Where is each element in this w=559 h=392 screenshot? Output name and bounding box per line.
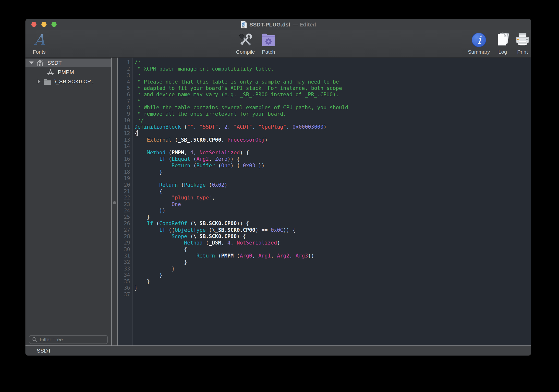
code-text: "plugin-type", xyxy=(134,195,215,201)
line-number: 8 xyxy=(118,104,132,111)
code-line: 4 * Please note that this table is only … xyxy=(118,79,531,85)
title-bar[interactable]: DSL SSDT-PLUG.dsl — Edited xyxy=(25,19,531,30)
code-line: 29 Method (_DSM, 4, NotSerialized) xyxy=(118,240,531,246)
method-icon xyxy=(47,68,54,76)
code-line: 3 * xyxy=(118,72,531,79)
line-number: 5 xyxy=(118,85,132,91)
code-text: External (_SB_.SCK0.CP00, ProcessorObj) xyxy=(134,137,268,143)
tree-label: PMPM xyxy=(58,69,74,75)
line-number: 2 xyxy=(118,66,132,72)
app-window: DSL SSDT-PLUG.dsl — Edited A Fonts xyxy=(25,19,531,355)
line-number: 12 xyxy=(118,130,132,136)
code-line: 27 If ((ObjectType (\_SB.SCK0.CP00) == 0… xyxy=(118,227,531,233)
svg-text:DSL: DSL xyxy=(242,27,244,28)
code-lines[interactable]: 1/*2 * XCPM power management compatibili… xyxy=(118,59,531,298)
code-line: 32 } xyxy=(118,259,531,265)
code-line: 1/* xyxy=(118,59,531,66)
filter-tree-input[interactable] xyxy=(39,336,107,343)
line-number: 20 xyxy=(118,182,132,188)
code-text: * While the table contains several examp… xyxy=(134,105,348,110)
window-title-text: SSDT-PLUG.dsl xyxy=(249,22,290,28)
line-number: 19 xyxy=(118,175,132,182)
print-label: Print xyxy=(517,49,528,55)
patch-label: Patch xyxy=(262,49,275,55)
line-number: 14 xyxy=(118,143,132,149)
printer-icon xyxy=(515,31,530,49)
line-number: 17 xyxy=(118,162,132,169)
print-button[interactable]: Print xyxy=(508,31,531,55)
code-text: * remove all the ones irrelevant for you… xyxy=(134,111,286,117)
code-line: 2 * XCPM power management compatibility … xyxy=(118,66,531,72)
line-number: 21 xyxy=(118,188,132,195)
code-line: 28 Scope (\_SB.SCK0.CP00) { xyxy=(118,233,531,240)
code-text: } xyxy=(134,214,150,220)
code-line: 12{ xyxy=(118,130,531,136)
code-line: 17 Return (Buffer (One) { 0x03 }) xyxy=(118,162,531,169)
code-text: * and device name may vary (e.g. _SB_.PR… xyxy=(134,92,339,98)
log-label: Log xyxy=(498,49,507,55)
window-title-edited: — Edited xyxy=(293,22,316,28)
code-line: 36} xyxy=(118,285,531,291)
code-line: 37 xyxy=(118,291,531,298)
status-bar: SSDT xyxy=(25,345,531,355)
line-number: 29 xyxy=(118,240,132,246)
line-number: 4 xyxy=(118,79,132,85)
code-line: 11DefinitionBlock ("", "SSDT", 2, "ACDT"… xyxy=(118,124,531,130)
split-divider[interactable] xyxy=(112,58,117,345)
status-path: SSDT xyxy=(37,348,51,354)
line-number: 15 xyxy=(118,149,132,156)
code-text: { xyxy=(134,130,138,136)
line-number: 25 xyxy=(118,214,132,220)
line-number: 27 xyxy=(118,227,132,233)
disclosure-down-icon[interactable] xyxy=(29,61,34,64)
close-button[interactable] xyxy=(31,22,36,27)
code-text: If (LEqual (Arg2, Zero)) { xyxy=(134,156,240,162)
tree-label: SSDT xyxy=(47,60,62,66)
code-editor[interactable]: 1/*2 * XCPM power management compatibili… xyxy=(117,58,531,345)
tree-row-sb-sck0[interactable]: \_SB.SCK0.CP... xyxy=(25,77,111,86)
code-text: Return (Package (0x02) xyxy=(134,182,227,188)
line-number: 26 xyxy=(118,220,132,227)
code-line: 16 If (LEqual (Arg2, Zero)) { xyxy=(118,156,531,162)
code-text: /* xyxy=(134,60,141,65)
disclosure-right-icon[interactable] xyxy=(38,79,40,84)
divider-handle[interactable] xyxy=(113,201,116,204)
minimize-button[interactable] xyxy=(41,22,47,27)
code-text: One xyxy=(134,201,181,207)
code-text: If ((ObjectType (\_SB.SCK0.CP00) == 0x0C… xyxy=(134,227,296,233)
patch-button[interactable]: Patch xyxy=(254,31,283,55)
line-number: 7 xyxy=(118,98,132,104)
code-text: */ xyxy=(134,118,144,123)
code-text: * xyxy=(134,98,141,104)
code-text: Return (PMPM (Arg0, Arg1, Arg2, Arg3)) xyxy=(134,253,314,259)
window-title: DSL SSDT-PLUG.dsl — Edited xyxy=(241,21,316,28)
code-line: 15 Method (PMPM, 4, NotSerialized) { xyxy=(118,149,531,156)
code-text: { xyxy=(134,188,162,194)
code-text: { xyxy=(134,246,187,252)
line-number: 34 xyxy=(118,272,132,278)
fonts-button[interactable]: A Fonts xyxy=(25,31,54,55)
code-line: 6 * and device name may vary (e.g. _SB_.… xyxy=(118,91,531,98)
code-line: 33 } xyxy=(118,266,531,272)
code-line: 18 } xyxy=(118,169,531,175)
code-line: 34 } xyxy=(118,272,531,278)
code-text: }) xyxy=(134,208,165,214)
code-text: Method (PMPM, 4, NotSerialized) { xyxy=(134,150,249,156)
tree-row-ssdt[interactable]: SSDT xyxy=(25,59,111,67)
compile-icon xyxy=(237,31,254,49)
code-text: } xyxy=(134,266,175,272)
house-icon xyxy=(36,59,44,67)
line-number: 1 xyxy=(118,59,132,66)
line-number: 22 xyxy=(118,195,132,201)
tree-row-pmpm[interactable]: PMPM xyxy=(25,68,111,76)
filter-tree-box xyxy=(29,335,108,344)
code-line: 22 "plugin-type", xyxy=(118,195,531,201)
code-line: 21 { xyxy=(118,188,531,195)
document-icon: DSL xyxy=(241,21,247,28)
line-number: 28 xyxy=(118,233,132,240)
line-number: 3 xyxy=(118,72,132,79)
zoom-button[interactable] xyxy=(51,22,57,27)
text-caret xyxy=(137,130,138,136)
code-text: } xyxy=(134,285,138,291)
line-number: 9 xyxy=(118,111,132,117)
